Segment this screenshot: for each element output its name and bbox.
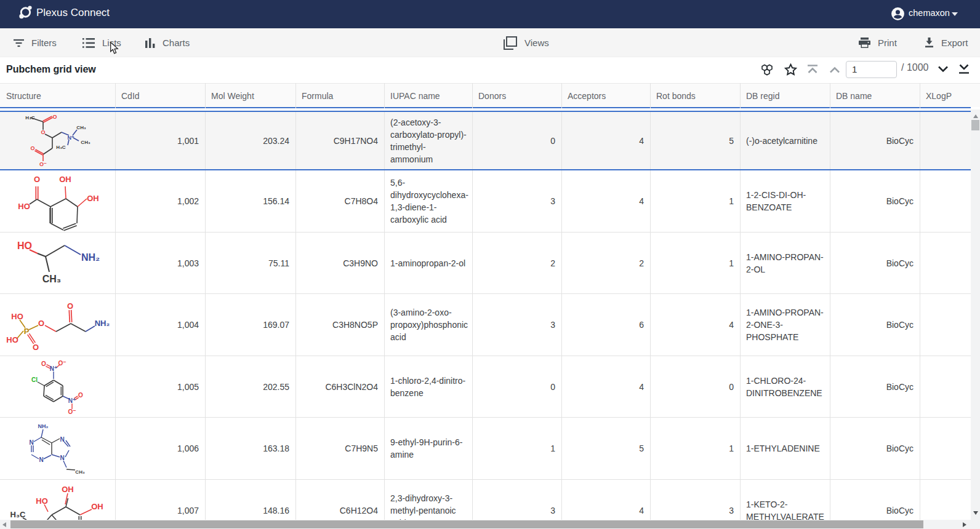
- svg-text:O: O: [67, 301, 73, 311]
- svg-text:O: O: [30, 145, 34, 151]
- svg-text:H₃C: H₃C: [56, 145, 65, 150]
- svg-text:Cl: Cl: [31, 376, 38, 383]
- svg-text:N: N: [60, 436, 64, 443]
- svg-text:N: N: [60, 455, 64, 461]
- svg-text:CH₃: CH₃: [76, 125, 86, 130]
- svg-text:H₃C: H₃C: [25, 115, 34, 121]
- svg-text:O: O: [78, 392, 83, 399]
- svg-text:N: N: [39, 456, 43, 463]
- svg-text:O: O: [52, 114, 57, 120]
- svg-text:O⁻: O⁻: [58, 360, 66, 367]
- svg-text:HO: HO: [6, 335, 18, 344]
- svg-text:O: O: [41, 129, 45, 135]
- svg-text:O: O: [34, 175, 40, 184]
- svg-text:O⁻: O⁻: [39, 161, 47, 167]
- svg-text:OH: OH: [59, 175, 71, 184]
- svg-text:H₃C: H₃C: [10, 510, 26, 519]
- svg-text:N: N: [29, 439, 33, 446]
- svg-text:N⁺: N⁺: [67, 135, 74, 141]
- svg-text:HO: HO: [11, 312, 23, 321]
- svg-text:P: P: [24, 327, 30, 336]
- svg-text:CH₃: CH₃: [81, 140, 90, 145]
- svg-text:NH₂: NH₂: [38, 423, 49, 429]
- svg-text:O: O: [38, 319, 44, 328]
- svg-text:O: O: [41, 360, 46, 367]
- svg-text:OH: OH: [91, 502, 103, 511]
- svg-text:NH₂: NH₂: [95, 319, 110, 328]
- svg-text:CH₃: CH₃: [42, 274, 62, 284]
- svg-text:HO: HO: [36, 496, 48, 506]
- svg-text:O: O: [33, 343, 39, 352]
- svg-text:NH₂: NH₂: [81, 252, 100, 263]
- svg-text:OH: OH: [87, 194, 99, 203]
- svg-text:N⁺: N⁺: [68, 397, 76, 404]
- svg-text:HO: HO: [18, 202, 30, 211]
- svg-text:HO: HO: [17, 241, 32, 251]
- svg-text:N⁺: N⁺: [50, 365, 58, 372]
- svg-text:OH: OH: [62, 485, 74, 494]
- svg-text:O⁻: O⁻: [68, 408, 76, 415]
- svg-text:CH₃: CH₃: [75, 469, 85, 475]
